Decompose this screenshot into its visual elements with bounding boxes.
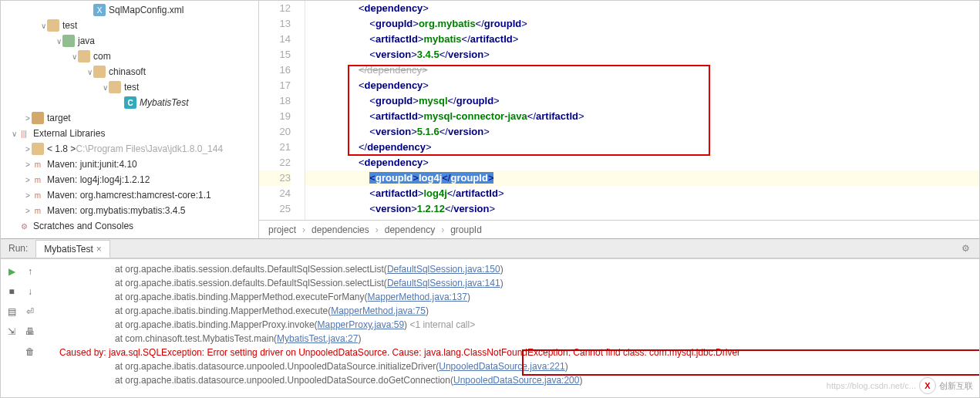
node-icon: m (32, 204, 44, 217)
up-icon[interactable]: ↑ (22, 264, 38, 279)
run-toolbar: ▶ ■ ▤ ⇲ ↑ ↓ ⏎ 🖶 🗑 (1, 259, 44, 397)
tree-item[interactable]: ⚙Scratches and Consoles (1, 218, 258, 234)
stack-line: Caused by: java.sql.SQLException: Error … (50, 346, 973, 359)
tree-item[interactable]: >mMaven: log4j:log4j:1.2.12 (1, 172, 258, 187)
chevron-icon[interactable]: ∨ (86, 68, 93, 76)
stop-icon[interactable]: ■ (4, 284, 19, 299)
run-tab-title: MybatisTest (44, 244, 93, 255)
code-line[interactable]: <artifactId>log4j</artifactId> (305, 186, 979, 201)
node-icon: C (124, 96, 136, 109)
tree-label: com (93, 51, 111, 62)
tree-item[interactable]: ∨test (1, 18, 258, 33)
node-icon: ||| (18, 127, 30, 140)
chevron-icon[interactable]: > (24, 207, 32, 215)
node-icon: m (32, 174, 44, 186)
tree-item[interactable]: >target (1, 110, 258, 126)
breadcrumb-item[interactable]: dependencies (296, 224, 369, 235)
stack-link[interactable]: MapperMethod.java:75 (331, 305, 426, 316)
tree-item[interactable]: >mMaven: org.mybatis:mybatis:3.4.5 (1, 203, 258, 218)
chevron-icon[interactable]: > (24, 160, 32, 169)
node-icon: m (32, 158, 44, 170)
node-icon (32, 143, 44, 155)
tree-label: Maven: org.mybatis:mybatis:3.4.5 (47, 205, 185, 216)
breadcrumb[interactable]: projectdependenciesdependencygroupId (259, 220, 979, 238)
tree-item[interactable]: XSqlMapConfig.xml (1, 2, 258, 18)
chevron-icon[interactable]: > (24, 145, 32, 153)
tree-item[interactable]: CMybatisTest (1, 95, 258, 110)
layout-icon[interactable]: ▤ (4, 304, 19, 319)
tree-item[interactable]: ∨test (1, 79, 258, 95)
chevron-icon[interactable]: ∨ (10, 130, 18, 138)
code-line[interactable]: <groupId>org.mybatis</groupId> (305, 16, 979, 32)
node-icon (93, 66, 106, 78)
code-line[interactable]: <version>3.4.5</version> (305, 47, 979, 62)
stack-link[interactable]: DefaultSqlSession.java:150 (387, 264, 500, 275)
stack-line: at com.chinasoft.test.MybatisTest.main(M… (50, 332, 973, 346)
code-line[interactable]: <dependency> (305, 78, 979, 93)
tree-item[interactable]: >mMaven: junit:junit:4.10 (1, 157, 258, 172)
tree-label: SqlMapConfig.xml (109, 5, 184, 15)
stack-line: at org.apache.ibatis.binding.MapperProxy… (50, 318, 973, 332)
stack-line: at org.apache.ibatis.session.defaults.De… (50, 276, 973, 290)
code-line[interactable]: </dependency> (305, 62, 979, 78)
stack-line: at org.apache.ibatis.session.defaults.De… (50, 262, 973, 276)
stack-link[interactable]: MapperProxy.java:59 (318, 319, 405, 330)
tree-label: chinasoft (109, 66, 146, 77)
chevron-icon[interactable]: ∨ (70, 52, 78, 61)
pin-icon[interactable]: ⇲ (4, 324, 19, 339)
chevron-icon[interactable]: ∨ (55, 37, 62, 46)
code-line[interactable]: <version>1.2.12</version> (305, 201, 979, 217)
stack-link[interactable]: DefaultSqlSession.java:141 (387, 278, 500, 288)
code-editor[interactable]: 1213141516171819202122232425 <dependency… (259, 1, 979, 220)
node-icon (78, 50, 90, 62)
chevron-icon[interactable]: > (24, 176, 32, 184)
stack-line: at org.apache.ibatis.binding.MapperMetho… (50, 290, 973, 304)
code-line[interactable]: <groupId>log4j</groupId> (305, 170, 979, 186)
console-output[interactable]: at org.apache.ibatis.session.defaults.De… (44, 259, 979, 397)
tree-item[interactable]: ∨java (1, 33, 258, 49)
code-line[interactable]: <dependency> (305, 155, 979, 170)
tree-label: Maven: log4j:log4j:1.2.12 (47, 174, 150, 185)
rerun-icon[interactable]: ▶ (4, 264, 19, 279)
tree-item[interactable]: ∨com (1, 49, 258, 64)
chevron-icon[interactable]: ∨ (101, 83, 109, 92)
gear-icon[interactable]: ⚙ (961, 243, 970, 254)
stack-line: at org.apache.ibatis.binding.MapperMetho… (50, 304, 973, 318)
chevron-icon[interactable]: > (24, 191, 32, 200)
stack-link[interactable]: UnpooledDataSource.java:200 (453, 375, 579, 386)
breadcrumb-item[interactable]: groupId (435, 224, 482, 235)
breadcrumb-item[interactable]: dependency (369, 224, 435, 235)
tree-label: < 1.8 > (47, 143, 76, 154)
stack-link[interactable]: MapperMethod.java:137 (368, 292, 467, 302)
code-line[interactable]: <dependency> (305, 1, 979, 16)
tree-label: External Libraries (33, 128, 105, 139)
code-line[interactable]: <artifactId>mybatis</artifactId> (305, 32, 979, 47)
project-tree[interactable]: XSqlMapConfig.xml∨test∨java∨com∨chinasof… (1, 1, 259, 238)
node-icon (109, 81, 121, 93)
run-tab-active[interactable]: MybatisTest × (35, 240, 109, 258)
close-icon[interactable]: × (96, 244, 102, 255)
clear-icon[interactable]: 🗑 (22, 344, 38, 359)
tree-item[interactable]: >< 1.8 > C:\Program Files\Java\jdk1.8.0_… (1, 141, 258, 157)
stack-line: at org.apache.ibatis.datasource.unpooled… (50, 359, 973, 373)
tree-label: Maven: org.hamcrest:hamcrest-core:1.1 (47, 190, 211, 201)
tree-suffix: C:\Program Files\Java\jdk1.8.0_144 (76, 143, 223, 154)
breadcrumb-item[interactable]: project (268, 224, 296, 235)
tree-item[interactable]: >mMaven: org.hamcrest:hamcrest-core:1.1 (1, 187, 258, 203)
code-line[interactable]: </dependency> (305, 140, 979, 155)
chevron-icon[interactable]: ∨ (39, 22, 47, 30)
chevron-icon[interactable]: > (24, 114, 32, 123)
wrap-icon[interactable]: ⏎ (22, 304, 38, 319)
tree-label: MybatisTest (140, 97, 189, 108)
print-icon[interactable]: 🖶 (22, 324, 38, 339)
tree-item[interactable]: ∨|||External Libraries (1, 126, 258, 141)
code-line[interactable]: <artifactId>mysql-connector-java</artifa… (305, 109, 979, 124)
stack-link[interactable]: MybatisTest.java:27 (277, 333, 358, 344)
tree-item[interactable]: ∨chinasoft (1, 64, 258, 79)
down-icon[interactable]: ↓ (22, 284, 38, 299)
code-line[interactable]: <version>5.1.6</version> (305, 124, 979, 140)
tree-label: test (124, 82, 139, 93)
tree-label: java (78, 35, 95, 46)
stack-link[interactable]: UnpooledDataSource.java:221 (439, 361, 564, 372)
code-line[interactable]: <groupId>mysql</groupId> (305, 93, 979, 109)
